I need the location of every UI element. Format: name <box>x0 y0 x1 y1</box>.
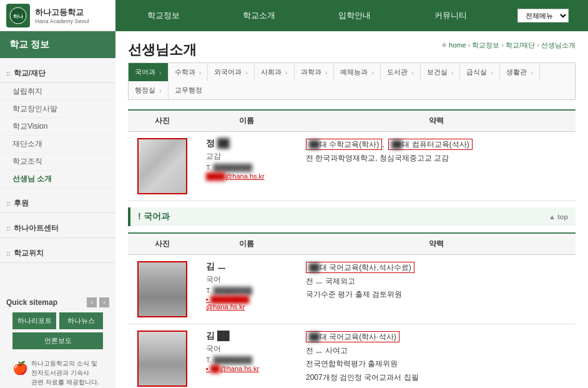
hana-report-button[interactable]: 하나리포트 <box>12 312 56 329</box>
korean-section-label: ! 국어과 <box>138 211 170 222</box>
table-row: 정 ██ 교감 T. ████████ ████@hana.hs.kr ██대 … <box>128 132 576 201</box>
sidebar-section-title-school[interactable]: 학교/재단 <box>0 64 115 83</box>
teacher-phone-vp: T. ████████ <box>206 164 287 171</box>
quick-nav-prev[interactable]: ‹ <box>87 297 97 307</box>
teacher-bio-cell-k1: ██대 국어교육(학사,석사수료) 전 ㅡ 국제외고 국가수준 평가 출제 검토… <box>296 255 576 324</box>
teacher-bio-vp: ██대 수학교육(학사), ██대 컴퓨터교육(석사) 전 한국과학영재학교, … <box>306 138 566 165</box>
breadcrumb-school-foundation[interactable]: 학교/재단 <box>506 41 535 49</box>
col-header-name: 이름 <box>197 110 296 132</box>
teacher-photo-vp <box>137 138 187 194</box>
sidebar-title: 학교 정보 <box>0 31 115 58</box>
teacher-bio-cell-vp: ██대 수학교육(학사), ██대 컴퓨터교육(석사) 전 한국과학영재학교, … <box>296 132 576 201</box>
korean-teachers-table: 사진 이름 약력 김 ㅡ 국어 T. ████████ <box>128 232 576 388</box>
main-nav: 학교정보 학교소개 입학안내 커뮤니티 전체메뉴 <box>115 0 588 31</box>
nav-item-school-intro[interactable]: 학교소개 <box>230 10 288 21</box>
quick-sitemap-title: Quick sitemap ‹ › <box>6 297 109 307</box>
teacher-name-cell-k1: 김 ㅡ 국어 T. ████████ ▪ ████████@hana.hs.kr <box>197 255 296 324</box>
teacher-photo-k1 <box>137 261 187 317</box>
teacher-email-vp: ████@hana.hs.kr <box>206 172 287 180</box>
teacher-photo-cell-k2 <box>128 324 197 389</box>
teacher-name-k2: 김 ██ <box>206 331 287 342</box>
teacher-photo-k2 <box>137 331 187 387</box>
top-link[interactable]: ▲ top <box>549 213 568 221</box>
bio-highlight-1: ██대 수학교육(학사) <box>306 139 382 150</box>
teacher-name-k1: 김 ㅡ <box>206 261 287 272</box>
bio-highlight-k2: ██대 국어교육(학사·석사) <box>306 331 399 342</box>
bio-highlight-k1: ██대 국어교육(학사,석사수료) <box>306 262 414 273</box>
sidebar-item-principal[interactable]: 학교장인사말 <box>0 101 115 118</box>
sidebar-item-org[interactable]: 학교조직 <box>0 153 115 171</box>
teacher-photo-cell-k1 <box>128 255 197 324</box>
teacher-email-k2: ▪ ██@hana.hs.kr <box>206 365 287 372</box>
sidebar-item-foundation[interactable]: 설립취지 <box>0 83 115 101</box>
col-header-photo: 사진 <box>128 110 197 132</box>
quick-nav-arrows: ‹ › <box>87 297 109 307</box>
subnav-health[interactable]: 보건실 <box>421 63 461 81</box>
breadcrumb-school-info[interactable]: 학교정보 <box>472 41 499 49</box>
main-content: 선생님소개 ※ home › 학교정보 › 학교/재단 › 선생님소개 국어과 … <box>115 31 588 388</box>
subnav-academic-admin[interactable]: 교무행정 <box>169 81 208 99</box>
media-coverage-button[interactable]: 언론보도 <box>12 332 103 349</box>
sidebar-quick-buttons: 하나리포트 하나뉴스 <box>6 312 109 329</box>
nav-item-community[interactable]: 커뮤니티 <box>422 10 479 21</box>
subnav-admin[interactable]: 행정실 <box>129 81 169 99</box>
sidebar-quick-sitemap: Quick sitemap ‹ › 하나리포트 하나뉴스 언론보도 🍎 하나고등… <box>0 291 115 388</box>
school-name-ko: 하나고등학교 <box>35 7 89 18</box>
subnav-social[interactable]: 사회과 <box>255 63 295 81</box>
table-row: 김 ㅡ 국어 T. ████████ ▪ ████████@hana.hs.kr… <box>128 255 576 324</box>
school-name-en: Hana Academy Seoul <box>35 18 89 24</box>
sidebar-section-title-artcenter[interactable]: 하나아트센터 <box>0 219 115 238</box>
col-header-bio: 약력 <box>296 110 576 132</box>
logo-area: 하나 하나고등학교 Hana Academy Seoul <box>0 4 115 27</box>
hana-news-button[interactable]: 하나뉴스 <box>59 312 103 329</box>
breadcrumb-home[interactable]: home <box>449 41 466 49</box>
breadcrumb-current: 선생님소개 <box>541 41 576 49</box>
korean-section-header: ! 국어과 ▲ top <box>128 207 576 226</box>
col-header-name-k: 이름 <box>197 233 296 255</box>
subnav-arts[interactable]: 예체능과 <box>334 63 381 81</box>
sidebar-section-location: 학교위치 <box>0 241 115 266</box>
teacher-phone-k1: T. ████████ <box>206 287 287 294</box>
subnav-korean[interactable]: 국어과 <box>129 63 169 81</box>
col-header-bio-k: 약력 <box>296 233 576 255</box>
nav-all-menu-select[interactable]: 전체메뉴 <box>517 9 569 22</box>
subnav-science[interactable]: 과학과 <box>295 63 335 81</box>
vice-principal-table: 사진 이름 약력 정 ██ 교감 T. ████████ <box>128 109 576 201</box>
sidebar-item-teachers[interactable]: 선생님 소개 <box>0 171 115 188</box>
teacher-bio-k2: ██대 국어교육(학사·석사) 전 ㅡ 사여고 전국연합학력평가 출제위원 20… <box>306 331 566 384</box>
subnav-library[interactable]: 도서관 <box>381 63 421 81</box>
subnav-dormitory[interactable]: 생활관 <box>500 63 540 81</box>
breadcrumb: ※ home › 학교정보 › 학교/재단 › 선생님소개 <box>441 41 576 50</box>
sidebar: 학교 정보 학교/재단 설립취지 학교장인사말 학교Vision 재단소개 학교… <box>0 31 115 388</box>
teacher-role-k2: 국어 <box>206 344 287 354</box>
teacher-phone-k2: T. ████████ <box>206 356 287 364</box>
sidebar-submenu-school: 설립취지 학교장인사말 학교Vision 재단소개 학교조직 선생님 소개 <box>0 83 115 188</box>
sidebar-section-school: 학교/재단 설립취지 학교장인사말 학교Vision 재단소개 학교조직 선생님… <box>0 61 115 191</box>
sidebar-desc-text: 하나고등학교의 소식 및전자도서관과 기숙사관련 자료를 제공합니다. <box>31 359 99 387</box>
teacher-name-vp: 정 ██ <box>206 138 287 149</box>
teacher-bio-k1: ██대 국어교육(학사,석사수료) 전 ㅡ 국제외고 국가수준 평가 출제 검토… <box>306 261 566 302</box>
quick-nav-next[interactable]: › <box>99 297 109 307</box>
teacher-role-k1: 국어 <box>206 274 287 285</box>
teacher-name-cell-vp: 정 ██ 교감 T. ████████ ████@hana.hs.kr <box>197 132 296 201</box>
subnav-cafeteria[interactable]: 급식실 <box>460 63 500 81</box>
page-title: 선생님소개 <box>128 41 197 59</box>
sidebar-description: 🍎 하나고등학교의 소식 및전자도서관과 기숙사관련 자료를 제공합니다. <box>6 352 109 388</box>
apple-icon: 🍎 <box>12 359 28 377</box>
teacher-photo-cell <box>128 132 197 201</box>
teacher-bio-cell-k2: ██대 국어교육(학사·석사) 전 ㅡ 사여고 전국연합학력평가 출제위원 20… <box>296 324 576 389</box>
subnav-math[interactable]: 수학과 <box>169 63 208 81</box>
sidebar-item-vision[interactable]: 학교Vision <box>0 118 115 136</box>
sidebar-section-title-location[interactable]: 학교위치 <box>0 244 115 263</box>
teacher-name-cell-k2: 김 ██ 국어 T. ████████ ▪ ██@hana.hs.kr <box>197 324 296 389</box>
svg-text:하나: 하나 <box>13 14 24 19</box>
nav-item-admission[interactable]: 입학안내 <box>326 10 383 21</box>
sidebar-section-artcenter: 하나아트센터 <box>0 216 115 241</box>
school-logo-icon: 하나 <box>6 4 30 27</box>
table-row: 김 ██ 국어 T. ████████ ▪ ██@hana.hs.kr ██대 … <box>128 324 576 389</box>
nav-item-school-info[interactable]: 학교정보 <box>135 10 192 21</box>
sidebar-section-title-support[interactable]: 후원 <box>0 194 115 213</box>
sidebar-item-foundation-intro[interactable]: 재단소개 <box>0 136 115 153</box>
subject-sub-nav: 국어과 수학과 외국어과 사회과 과학과 예체능과 도서관 보건실 급식실 생활… <box>128 62 576 100</box>
subnav-foreign[interactable]: 외국어과 <box>208 63 255 81</box>
